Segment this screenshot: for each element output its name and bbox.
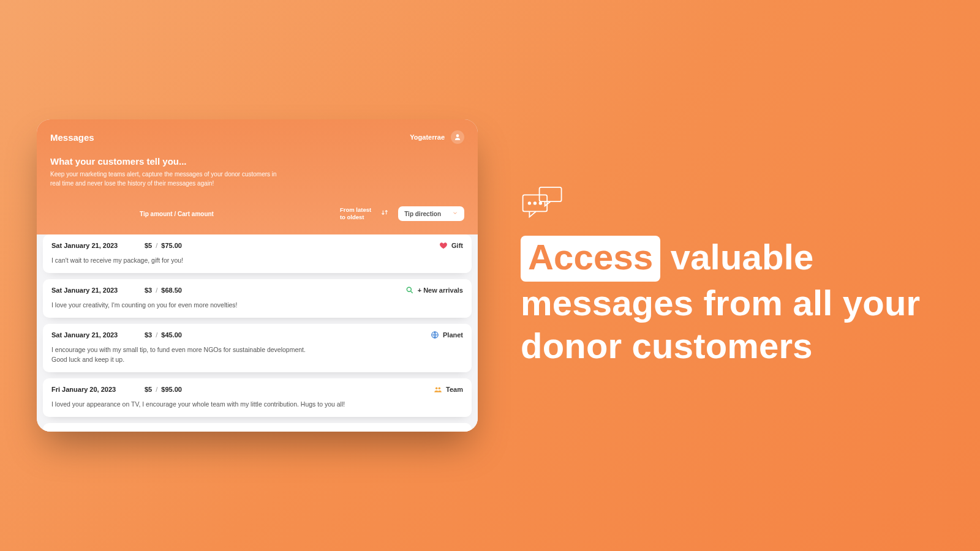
globe-icon — [431, 331, 439, 339]
account-name: Yogaterrae — [410, 133, 445, 141]
account-chip[interactable]: Yogaterrae — [410, 130, 464, 144]
amount-separator: / — [152, 386, 161, 393]
avatar-icon — [451, 130, 464, 144]
people-icon — [434, 430, 442, 432]
chat-bubbles-icon — [521, 183, 943, 225]
category-label: Team — [446, 386, 463, 393]
cart-amount: $39.00 — [161, 430, 182, 432]
message-text: I loved your appearance on TV, I encoura… — [51, 400, 463, 409]
message-card[interactable]: Sat January 21, 2023 $3 / $45.00 Planet … — [43, 324, 472, 372]
tip-amount: $5 — [145, 242, 152, 249]
headline: Access valuable messages from all your d… — [521, 236, 943, 368]
message-text: I can't wait to receive my package, gift… — [51, 256, 463, 265]
cart-amount: $95.00 — [161, 386, 182, 393]
panel-header: Messages Yogaterrae What your customers … — [37, 119, 478, 234]
category-label: Planet — [443, 331, 463, 339]
filter-bar: Tip amount / Cart amount From latest to … — [50, 198, 464, 221]
column-header-amounts: Tip amount / Cart amount — [140, 211, 214, 217]
cart-amount: $45.00 — [161, 331, 182, 339]
message-category: Team — [434, 385, 463, 394]
svg-point-3 — [534, 202, 537, 204]
chevron-down-icon — [452, 210, 458, 217]
tip-direction-label: Tip direction — [404, 211, 441, 217]
message-card[interactable]: Sat January 21, 2023 $3 / $68.50 + New a… — [43, 279, 472, 318]
amount-separator: / — [152, 242, 161, 249]
cart-amount: $75.00 — [161, 242, 182, 249]
hero-text: Access valuable messages from all your d… — [521, 183, 943, 368]
tip-direction-select[interactable]: Tip direction — [398, 206, 464, 221]
message-category: Team — [434, 430, 463, 432]
amount-separator: / — [152, 430, 161, 432]
tip-amount: $3 — [145, 287, 152, 294]
tip-amount: $5 — [145, 386, 152, 393]
sort-icon[interactable] — [380, 208, 390, 220]
message-date: Fri January 20, 2023 — [51, 430, 145, 432]
message-text: I love your creativity, I'm counting on … — [51, 301, 463, 310]
sort-label: From latest to oldest — [340, 206, 371, 221]
tip-amount: $3 — [145, 331, 152, 339]
svg-point-2 — [529, 202, 531, 204]
intro-description: Keep your marketing teams alert, capture… — [50, 170, 283, 188]
message-card[interactable]: Fri January 20, 2023 $1 / $39.00 Team Aw… — [43, 423, 472, 432]
message-date: Sat January 21, 2023 — [51, 331, 145, 339]
intro-subtitle: What your customers tell you... — [50, 156, 464, 167]
heart-icon — [439, 241, 448, 250]
category-label: + New arrivals — [418, 287, 463, 294]
svg-point-4 — [540, 202, 542, 204]
message-card[interactable]: Fri January 20, 2023 $5 / $95.00 Team I … — [43, 378, 472, 417]
cart-amount: $68.50 — [161, 287, 182, 294]
message-date: Sat January 21, 2023 — [51, 242, 145, 249]
headline-highlight: Access — [521, 236, 660, 282]
message-list: Sat January 21, 2023 $5 / $75.00 Gift I … — [37, 234, 478, 432]
tip-amount: $1 — [145, 430, 152, 432]
message-date: Fri January 20, 2023 — [51, 386, 145, 393]
page-title: Messages — [50, 132, 94, 143]
amount-separator: / — [152, 287, 161, 294]
people-icon — [434, 385, 442, 394]
search-icon — [405, 286, 414, 294]
category-label: Team — [446, 430, 463, 432]
category-label: Gift — [451, 242, 463, 249]
messages-panel: Messages Yogaterrae What your customers … — [37, 119, 478, 432]
message-category: Planet — [431, 331, 463, 339]
message-category: + New arrivals — [405, 286, 463, 294]
message-card[interactable]: Sat January 21, 2023 $5 / $75.00 Gift I … — [43, 234, 472, 273]
message-category: Gift — [439, 241, 463, 250]
message-date: Sat January 21, 2023 — [51, 287, 145, 294]
amount-separator: / — [152, 331, 161, 339]
message-text: I encourage you with my small tip, to fu… — [51, 345, 463, 364]
